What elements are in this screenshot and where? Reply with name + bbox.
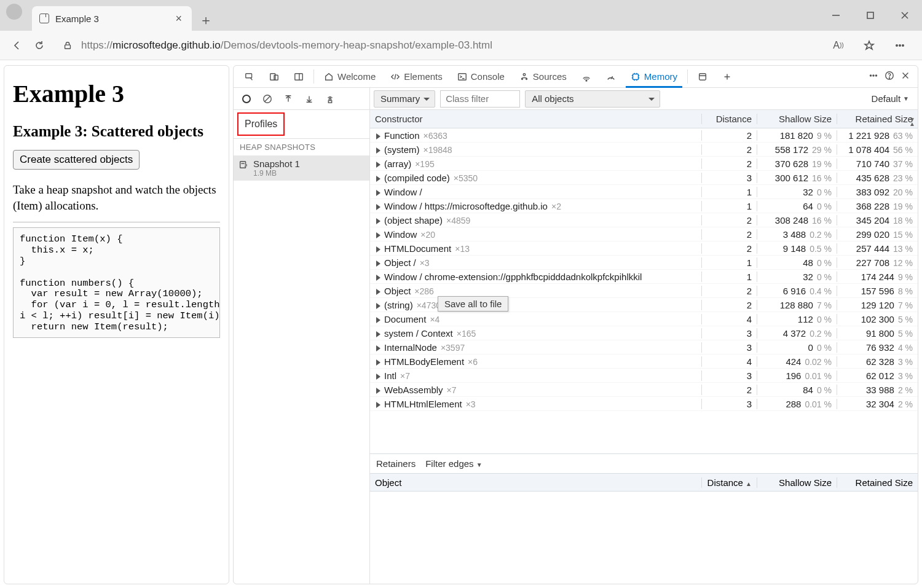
record-button[interactable] <box>240 92 253 106</box>
table-row[interactable]: Window×2023 4880.2 %299 02015 % <box>370 227 918 241</box>
browser-tab[interactable]: Example 3 × <box>32 6 192 31</box>
svg-point-19 <box>526 78 527 79</box>
table-row[interactable]: InternalNode×3597300 %76 9324 % <box>370 340 918 355</box>
retainers-body <box>370 492 918 584</box>
table-row[interactable]: Object /×31480 %227 70812 % <box>370 256 918 270</box>
url-field[interactable]: https://microsoftedge.github.io/Demos/de… <box>50 39 827 52</box>
close-window-button[interactable] <box>888 0 922 31</box>
tab-title: Example 3 <box>55 14 173 24</box>
code-sample[interactable]: function Item(x) { this.x = x; } functio… <box>13 227 220 338</box>
default-sort[interactable]: Default ▼ <box>867 93 914 104</box>
retainers-tab[interactable]: Retainers <box>376 458 416 469</box>
tab-welcome[interactable]: Welcome <box>317 66 383 87</box>
profile-avatar[interactable] <box>6 4 22 20</box>
profiles-tab[interactable]: Profiles <box>237 112 285 136</box>
browser-titlebar: Example 3 × ＋ <box>0 0 922 31</box>
add-tab-icon[interactable] <box>715 66 739 87</box>
refresh-button[interactable] <box>28 34 50 57</box>
save-button[interactable] <box>302 92 316 106</box>
retainers-bar: Retainers Filter edges ▼ <box>370 453 918 473</box>
svg-point-20 <box>586 80 587 81</box>
lock-icon <box>63 41 73 50</box>
table-row[interactable]: (string)×47302128 8807 %129 1207 %Save a… <box>370 298 918 312</box>
table-body[interactable]: Function×63632181 8209 %1 221 92863 %(sy… <box>370 128 918 453</box>
tab-memory[interactable]: Memory <box>623 66 685 87</box>
inspect-icon[interactable] <box>237 66 262 87</box>
close-tab-icon[interactable]: × <box>173 10 184 28</box>
col-shallow[interactable]: Shallow Size <box>757 114 837 124</box>
favorite-icon[interactable] <box>858 34 880 57</box>
view-select[interactable]: Summary <box>374 90 435 108</box>
svg-rect-22 <box>632 74 638 79</box>
svg-rect-31 <box>699 73 706 80</box>
maximize-button[interactable] <box>853 0 888 31</box>
url-text: https://microsoftedge.github.io/Demos/de… <box>81 39 492 52</box>
col-retained-ret[interactable]: Retained Size <box>837 477 918 488</box>
back-button[interactable] <box>6 34 28 57</box>
clear-button[interactable] <box>261 92 274 106</box>
filter-edges-select[interactable]: Filter edges ▼ <box>425 458 482 469</box>
svg-point-17 <box>523 73 526 76</box>
table-row[interactable]: (compiled code)×53503300 61216 %435 6282… <box>370 171 918 185</box>
heap-snapshots-label: HEAP SNAPSHOTS <box>234 139 369 155</box>
minimize-button[interactable] <box>819 0 853 31</box>
table-row[interactable]: Function×63632181 8209 %1 221 92863 % <box>370 128 918 143</box>
svg-point-35 <box>870 74 871 76</box>
class-filter-input[interactable] <box>440 90 520 108</box>
svg-marker-5 <box>865 41 873 49</box>
table-row[interactable]: Window / chrome-extension://gpphkfbcpidd… <box>370 270 918 284</box>
table-row[interactable]: (array)×1952370 62819 %710 74037 % <box>370 157 918 171</box>
col-shallow-ret[interactable]: Shallow Size <box>757 477 837 488</box>
load-button[interactable] <box>282 92 295 106</box>
svg-line-14 <box>395 74 396 79</box>
dock-icon[interactable] <box>286 66 311 87</box>
snapshot-name: Snapshot 1 <box>253 159 300 169</box>
table-row[interactable]: HTMLHtmlElement×332880.01 %32 3042 % <box>370 397 918 411</box>
tab-performance-icon[interactable] <box>599 66 623 87</box>
window-controls <box>819 0 922 31</box>
table-row[interactable]: Window /1320 %383 09220 % <box>370 185 918 199</box>
divider <box>13 222 220 222</box>
tab-app-icon[interactable] <box>690 66 715 87</box>
page-icon <box>39 14 49 23</box>
col-object[interactable]: Object <box>370 477 701 488</box>
snapshot-item[interactable]: Snapshot 1 1.9 MB <box>234 155 369 181</box>
table-row[interactable]: HTMLBodyElement×644240.02 %62 3283 % <box>370 355 918 369</box>
more-tabs-icon[interactable] <box>869 71 878 83</box>
create-objects-button[interactable]: Create scattered objects <box>13 150 140 170</box>
devtools-tabs: Welcome Elements Console Sources Memory <box>234 66 918 88</box>
read-aloud-icon[interactable]: A)) <box>827 34 849 57</box>
svg-point-39 <box>889 77 889 78</box>
table-row[interactable]: Intl×731960.01 %62 0123 % <box>370 369 918 383</box>
menu-icon[interactable] <box>889 34 911 57</box>
tab-network-icon[interactable] <box>574 66 599 87</box>
col-retained[interactable]: Retained Size▼▲ <box>837 114 918 124</box>
objects-select[interactable]: All objects <box>525 90 660 108</box>
table-row[interactable]: Window / https://microsoftedge.github.io… <box>370 199 918 213</box>
tab-elements[interactable]: Elements <box>383 66 450 87</box>
svg-rect-48 <box>328 100 331 103</box>
page-h1: Example 3 <box>13 79 220 108</box>
help-icon[interactable] <box>885 71 894 83</box>
table-row[interactable]: HTMLDocument×1329 1480.5 %257 44413 % <box>370 241 918 256</box>
profiles-sidebar: Profiles HEAP SNAPSHOTS Snapshot 1 1.9 M… <box>234 88 370 584</box>
new-tab-button[interactable]: ＋ <box>195 10 216 31</box>
close-devtools-icon[interactable] <box>900 71 910 83</box>
col-distance[interactable]: Distance <box>701 114 757 124</box>
snapshot-icon <box>238 160 248 170</box>
main-area: Example 3 Example 3: Scattered objects C… <box>0 60 922 588</box>
table-row[interactable]: system / Context×16534 3720.2 %91 8005 % <box>370 326 918 340</box>
gc-button[interactable] <box>323 92 337 106</box>
table-row[interactable]: (system)×198482558 17229 %1 078 40456 % <box>370 143 918 157</box>
col-constructor[interactable]: Constructor <box>370 114 701 124</box>
tab-console[interactable]: Console <box>450 66 512 87</box>
svg-point-18 <box>521 78 522 79</box>
table-row[interactable]: (object shape)×48592308 24816 %345 20418… <box>370 213 918 227</box>
tab-sources[interactable]: Sources <box>512 66 574 87</box>
address-bar: https://microsoftedge.github.io/Demos/de… <box>0 31 922 60</box>
col-distance-ret[interactable]: Distance ▲ <box>701 477 757 488</box>
device-icon[interactable] <box>262 66 286 87</box>
save-all-tooltip: Save all to file <box>438 296 508 312</box>
table-row[interactable]: Document×441120 %102 3005 % <box>370 312 918 326</box>
table-row[interactable]: WebAssembly×72840 %33 9882 % <box>370 383 918 397</box>
